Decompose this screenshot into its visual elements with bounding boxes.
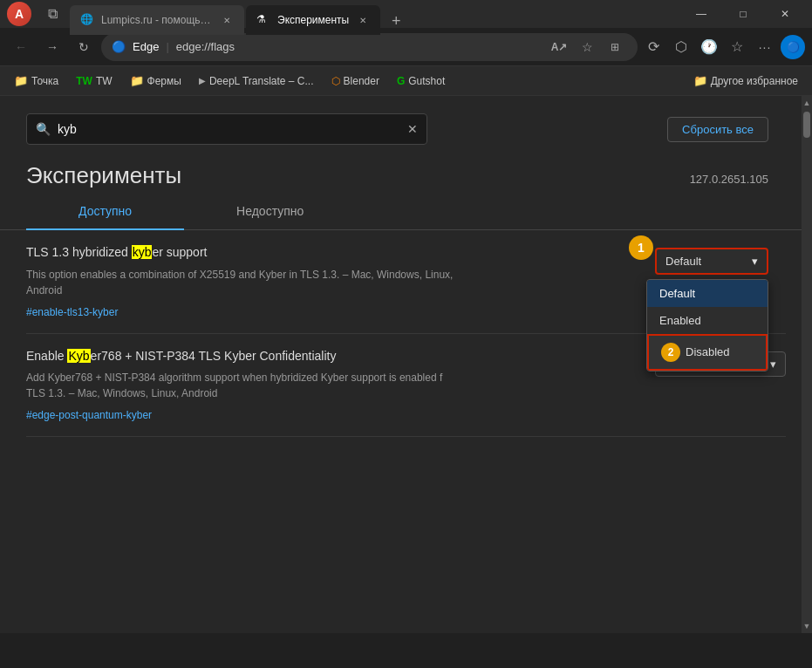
tab-unavailable[interactable]: Недоступно xyxy=(184,194,356,230)
bookmark-deepl[interactable]: ▶ DeepL Translate – C... xyxy=(192,72,321,91)
dropdown-value-1: Default xyxy=(665,255,701,268)
tab-available[interactable]: Доступно xyxy=(26,194,184,230)
tab-title-lumpics: Lumpics.ru - помощь с компью... xyxy=(101,14,213,26)
bookmark-blender-label: Blender xyxy=(344,75,379,87)
bookmark-fermy-label: Фермы xyxy=(147,75,181,87)
tab-lumpics[interactable]: 🌐 Lumpics.ru - помощь с компью... ✕ xyxy=(70,5,244,35)
badge-2-inline: 2 xyxy=(661,343,680,362)
search-input[interactable]: kyb xyxy=(58,122,400,136)
bookmark-tochka-label: Точка xyxy=(31,75,58,87)
browser-name: Edge xyxy=(133,40,159,53)
tab-title-experiments: Эксперименты xyxy=(277,14,349,26)
forward-button[interactable]: → xyxy=(38,33,66,61)
bookmark-gutshot-icon: G xyxy=(397,75,405,87)
bookmark-tw-label: TW xyxy=(96,75,113,87)
bookmark-other-icon: 📁 xyxy=(693,74,707,87)
tab-favicon-experiments: ⚗ xyxy=(256,13,270,27)
collections-button[interactable]: ⊞ xyxy=(603,35,627,59)
bookmark-tw[interactable]: TW TW xyxy=(69,72,119,91)
favorites-sidebar-button[interactable]: ☆ xyxy=(725,35,749,59)
edge-icon: 🔵 xyxy=(112,40,126,54)
more-tools-button[interactable]: ··· xyxy=(753,35,777,59)
bookmark-gutshot-label: Gutshot xyxy=(408,75,445,87)
reset-all-button[interactable]: Сбросить все xyxy=(667,117,768,142)
flag-title-after-2: er768 + NIST-P384 TLS Kyber Confidential… xyxy=(91,349,337,363)
bookmark-tochka[interactable]: 📁 Точка xyxy=(7,71,65,91)
minimize-button[interactable]: — xyxy=(681,0,721,28)
bookmark-deepl-label: DeepL Translate – C... xyxy=(209,75,314,87)
bookmarks-bar: 📁 Точка TW TW 📁 Фермы ▶ DeepL Translate … xyxy=(0,66,812,96)
flag-content-2: Enable Kyber768 + NIST-P384 TLS Kyber Co… xyxy=(26,348,646,423)
bookmark-blender[interactable]: ⬡ Blender xyxy=(324,72,386,91)
scrollbar-thumb[interactable] xyxy=(803,112,810,138)
flag-title-before-2: Enable xyxy=(26,349,67,363)
content-tabs: Доступно Недоступно xyxy=(0,194,812,230)
tab-favicon-lumpics: 🌐 xyxy=(80,13,94,27)
refresh-button[interactable]: ↻ xyxy=(70,33,98,61)
page-content: 🔍 kyb ✕ Сбросить все Эксперименты 127.0.… xyxy=(0,96,812,633)
experiments-title: Эксперименты xyxy=(26,162,181,189)
flag-link-1[interactable]: #enable-tls13-kyber xyxy=(26,306,118,318)
tabs-bar: 🌐 Lumpics.ru - помощь с компью... ✕ ⚗ Эк… xyxy=(70,0,678,35)
flags-list: TLS 1.3 hybridized kyber support This op… xyxy=(0,230,812,437)
back-button[interactable]: ← xyxy=(7,33,35,61)
dropdown-menu-1: Default Enabled 2Disabled xyxy=(646,279,768,371)
flag-title-highlight-1: kyb xyxy=(132,245,153,259)
scroll-down-arrow[interactable]: ▼ xyxy=(802,619,812,633)
bookmark-gutshot[interactable]: G Gutshot xyxy=(390,72,452,91)
bookmark-other[interactable]: 📁 Другое избранное xyxy=(686,71,805,91)
favorites-button[interactable]: ☆ xyxy=(575,35,599,59)
chevron-down-icon-2: ▾ xyxy=(770,358,776,371)
bookmark-fermy[interactable]: 📁 Фермы xyxy=(123,71,188,91)
window-controls: — □ ✕ xyxy=(681,0,805,28)
chevron-down-icon-1: ▾ xyxy=(752,255,758,268)
dropdown-option-disabled-1[interactable]: 2Disabled xyxy=(647,334,768,371)
address-bar[interactable]: 🔵 Edge | edge://flags A↗ ☆ ⊞ xyxy=(101,33,638,61)
bookmark-folder-fermy-icon: 📁 xyxy=(130,74,144,87)
search-icon: 🔍 xyxy=(36,122,51,136)
flag-title-highlight-2: Kyb xyxy=(67,349,90,363)
flag-content-1: TLS 1.3 hybridized kyber support This op… xyxy=(26,244,646,319)
badge-1: 1 xyxy=(629,235,653,260)
flag-desc-1: This option enables a combination of X25… xyxy=(26,267,549,298)
flag-control-1: 1 Default ▾ Default Enabled 2Disabled xyxy=(655,248,786,275)
url-text: edge://flags xyxy=(176,40,235,53)
search-area: 🔍 kyb ✕ Сбросить все xyxy=(0,96,812,153)
browser-essentials-button[interactable]: ⟳ xyxy=(641,35,665,59)
content-area: 🔍 kyb ✕ Сбросить все Эксперименты 127.0.… xyxy=(0,96,812,633)
bookmark-tw-icon: TW xyxy=(76,75,92,87)
bookmark-deepl-icon: ▶ xyxy=(199,76,206,85)
bookmarks-right: 📁 Другое избранное xyxy=(686,71,805,91)
bookmark-folder-icon: 📁 xyxy=(14,74,28,87)
address-actions: A↗ ☆ ⊞ xyxy=(547,35,627,59)
flag-title-before-1: TLS 1.3 hybridized xyxy=(26,245,132,259)
bookmark-other-label: Другое избранное xyxy=(711,75,798,87)
dropdown-option-enabled-1[interactable]: Enabled xyxy=(647,307,768,334)
flag-title-2: Enable Kyber768 + NIST-P384 TLS Kyber Co… xyxy=(26,348,646,365)
experiments-header: Эксперименты 127.0.2651.105 xyxy=(0,153,812,194)
maximize-button[interactable]: □ xyxy=(723,0,763,28)
flag-item-tls13-kyber: TLS 1.3 hybridized kyber support This op… xyxy=(26,230,786,334)
titlebar: A ⧉ 🌐 Lumpics.ru - помощь с компью... ✕ … xyxy=(0,0,812,28)
read-aloud-button[interactable]: A↗ xyxy=(547,35,571,59)
scroll-up-arrow[interactable]: ▲ xyxy=(802,96,812,110)
tab-close-experiments[interactable]: ✕ xyxy=(356,13,370,27)
bookmark-blender-icon: ⬡ xyxy=(331,75,340,87)
search-box[interactable]: 🔍 kyb ✕ xyxy=(26,113,427,145)
close-button[interactable]: ✕ xyxy=(765,0,805,28)
version-label: 127.0.2651.105 xyxy=(690,173,768,186)
new-tab-button[interactable]: + xyxy=(382,7,410,35)
scrollbar: ▲ ▼ xyxy=(802,96,812,633)
flag-dropdown-1[interactable]: Default ▾ xyxy=(655,248,768,275)
share-button[interactable]: ⬡ xyxy=(669,35,693,59)
profile-avatar[interactable]: A xyxy=(7,2,31,26)
flag-link-2[interactable]: #edge-post-quantum-kyber xyxy=(26,409,152,421)
dropdown-option-default-1[interactable]: Default xyxy=(647,280,768,307)
profile-button[interactable]: 🔵 xyxy=(781,35,805,59)
tab-experiments[interactable]: ⚗ Эксперименты ✕ xyxy=(246,5,380,35)
tab-strip-btn[interactable]: ⧉ xyxy=(38,0,66,28)
history-button[interactable]: 🕐 xyxy=(697,35,721,59)
search-clear-button[interactable]: ✕ xyxy=(407,122,418,136)
tab-close-lumpics[interactable]: ✕ xyxy=(220,13,234,27)
address-separator: | xyxy=(166,40,168,53)
